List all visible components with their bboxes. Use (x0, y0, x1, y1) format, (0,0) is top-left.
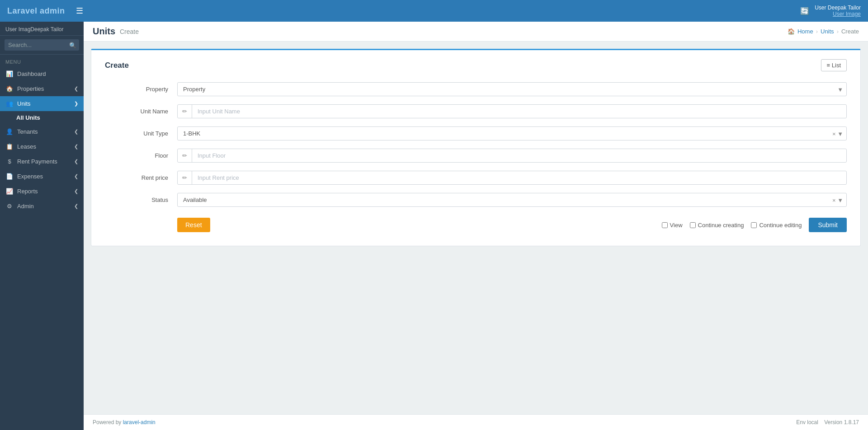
floor-input[interactable] (192, 149, 846, 162)
sidebar-item-properties[interactable]: 🏠 Properties ❮ (0, 81, 84, 96)
breadcrumb-units[interactable]: Units (821, 28, 834, 35)
refresh-icon[interactable]: 🔄 (800, 7, 809, 15)
floor-row: Floor ✏ (105, 149, 847, 163)
sidebar-item-label: Properties (17, 85, 44, 92)
sidebar-item-all-units[interactable]: All Units (0, 111, 84, 124)
view-label: View (670, 222, 683, 229)
nav-right: 🔄 User Deepak Tailor User Image (800, 5, 861, 17)
unit-type-select[interactable]: 1-BHK 2-BHK 3-BHK (177, 126, 847, 140)
reset-button[interactable]: Reset (177, 218, 210, 232)
continue-creating-checkbox[interactable] (690, 222, 696, 228)
footer-powered-text: Powered by (93, 419, 123, 425)
search-input[interactable] (5, 39, 79, 51)
footer-version: Version 1.8.17 (824, 419, 859, 425)
breadcrumb-home[interactable]: Home (797, 28, 813, 35)
brand-suffix: admin (38, 6, 65, 15)
unit-name-input[interactable] (192, 105, 846, 118)
sidebar-item-reports[interactable]: 📈 Reports ❮ (0, 184, 84, 199)
footer-env-version: Env local Version 1.8.17 (796, 419, 859, 425)
sidebar-item-expenses[interactable]: 📄 Expenses ❮ (0, 169, 84, 184)
view-checkbox[interactable] (662, 222, 668, 228)
search-icon: 🔍 (69, 42, 76, 48)
rent-price-control: ✏ (177, 171, 847, 185)
brand: Laravel admin (7, 6, 65, 16)
list-button[interactable]: ≡ List (821, 59, 847, 71)
user-image-link[interactable]: User Image (833, 11, 861, 17)
sidebar-item-label: Admin (17, 203, 34, 210)
footer-link[interactable]: laravel-admin (123, 419, 156, 425)
unit-type-control: 1-BHK 2-BHK 3-BHK × ▼ (177, 126, 847, 140)
rent-price-row: Rent price ✏ (105, 171, 847, 185)
sidebar-item-label: Dashboard (17, 70, 46, 77)
footer-env: Env local (796, 419, 818, 425)
continue-editing-option: Continue editing (751, 222, 802, 229)
sidebar-item-leases[interactable]: 📋 Leases ❮ (0, 139, 84, 154)
sidebar-item-dashboard[interactable]: 📊 Dashboard (0, 66, 84, 81)
breadcrumb-sep2: › (837, 28, 839, 35)
page-footer: Powered by laravel-admin Env local Versi… (84, 414, 868, 430)
rent-price-label: Rent price (105, 171, 177, 181)
continue-editing-label: Continue editing (759, 222, 802, 229)
content-spacer (84, 253, 868, 414)
admin-icon: ⚙ (5, 203, 14, 210)
floor-control: ✏ (177, 149, 847, 163)
property-select[interactable]: Property (177, 82, 847, 96)
rent-price-input-wrap: ✏ (177, 171, 847, 185)
sidebar-item-rent-payments[interactable]: $ Rent Payments ❮ (0, 154, 84, 169)
chevron-icon: ❮ (74, 129, 78, 135)
page-title: Units Create (93, 26, 139, 37)
unit-name-input-wrap: ✏ (177, 104, 847, 118)
status-select[interactable]: Available Occupied (177, 193, 847, 207)
footer-options: View Continue creating Continue editing … (662, 218, 847, 232)
sidebar-sub-label: All Units (16, 114, 40, 121)
breadcrumb-create: Create (841, 28, 859, 35)
search-wrap: 🔍 (5, 39, 79, 51)
expenses-icon: 📄 (5, 173, 14, 180)
breadcrumb-sep: › (816, 28, 818, 35)
unit-type-select-wrap: 1-BHK 2-BHK 3-BHK × ▼ (177, 126, 847, 140)
sidebar-item-label: Expenses (17, 173, 43, 180)
rent-icon: $ (5, 158, 14, 165)
page-header: Units Create 🏠 Home › Units › Create (84, 22, 868, 42)
unit-name-row: Unit Name ✏ (105, 104, 847, 118)
pencil-icon[interactable]: ✏ (178, 105, 192, 118)
pencil-icon[interactable]: ✏ (178, 171, 192, 184)
unit-name-label: Unit Name (105, 104, 177, 115)
form-footer: Reset View Continue creating Continue ed… (105, 218, 847, 232)
rent-price-input[interactable] (192, 171, 846, 184)
chevron-icon: ❮ (74, 173, 78, 179)
main-content: Units Create 🏠 Home › Units › Create Cre… (84, 22, 868, 430)
status-row: Status Available Occupied × ▼ (105, 193, 847, 207)
page-subtitle: Create (120, 28, 139, 35)
sidebar-item-label: Units (17, 100, 31, 107)
sidebar-item-units[interactable]: 👥 Units ❯ (0, 96, 84, 111)
card-title-text: Create (105, 61, 129, 70)
pencil-icon[interactable]: ✏ (178, 149, 192, 162)
card-title: Create ≡ List (105, 59, 847, 71)
status-select-wrap: Available Occupied × ▼ (177, 193, 847, 207)
brand-prefix: Laravel (7, 6, 38, 15)
chevron-icon: ❮ (74, 144, 78, 150)
submit-button[interactable]: Submit (809, 218, 847, 232)
hamburger-icon[interactable]: ☰ (76, 6, 83, 16)
chevron-icon: ❮ (74, 203, 78, 209)
footer-powered: Powered by laravel-admin (93, 419, 156, 425)
top-nav: Laravel admin ☰ 🔄 User Deepak Tailor Use… (0, 0, 868, 22)
property-control: Property ▼ (177, 82, 847, 96)
sidebar-item-tenants[interactable]: 👤 Tenants ❮ (0, 124, 84, 139)
continue-creating-label: Continue creating (698, 222, 744, 229)
sidebar-item-label: Rent Payments (17, 158, 57, 165)
property-row: Property Property ▼ (105, 82, 847, 96)
sidebar-search-box: 🔍 (0, 36, 84, 55)
status-control: Available Occupied × ▼ (177, 193, 847, 207)
property-select-wrap: Property ▼ (177, 82, 847, 96)
properties-icon: 🏠 (5, 85, 14, 92)
reports-icon: 📈 (5, 188, 14, 195)
continue-editing-checkbox[interactable] (751, 222, 757, 228)
sidebar-item-label: Tenants (17, 128, 38, 135)
floor-input-wrap: ✏ (177, 149, 847, 163)
sidebar-item-admin[interactable]: ⚙ Admin ❮ (0, 199, 84, 214)
sidebar-item-label: Reports (17, 188, 38, 195)
leases-icon: 📋 (5, 143, 14, 150)
page-title-text: Units (93, 26, 115, 37)
